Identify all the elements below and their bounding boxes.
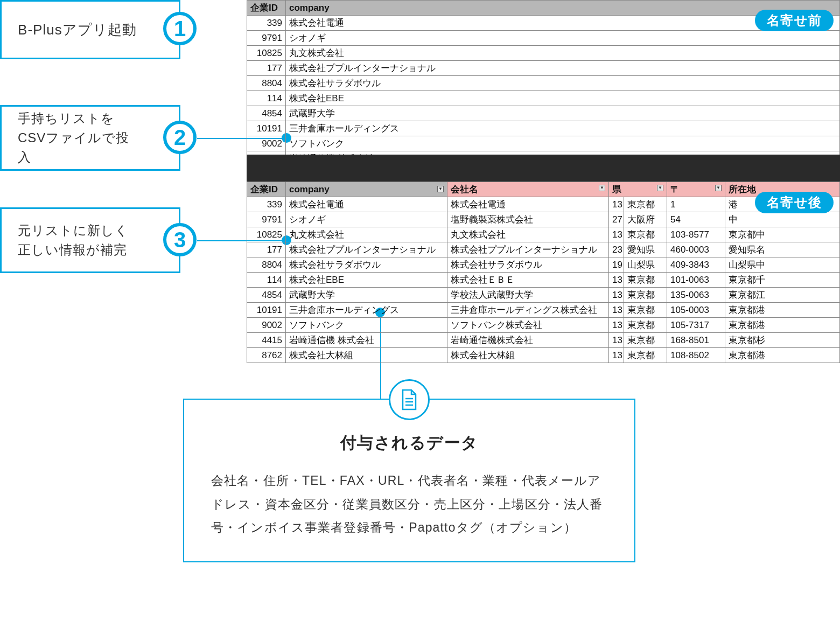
cell-company: 株式会社サラダボウル [286,76,840,91]
cell-id: 8804 [247,76,286,91]
cell-prefnum: 13 [609,318,624,333]
cell-addr: 東京都港 [725,303,840,318]
step-box-2: 手持ちリストを CSVファイルで投入 [0,105,180,171]
document-icon [389,379,430,420]
table-row: 10825丸文株式会社 [247,46,840,61]
step-1-label: B-Plusアプリ起動 [18,19,137,40]
step-number-2: 2 [163,121,197,154]
cell-company: 株式会社ププルインターナショナル [286,61,840,76]
cell-prefnum: 27 [609,212,624,227]
cell-name: 株式会社電通 [447,197,609,212]
info-title: 付与されるデータ [211,432,607,454]
cell-zip: 54 [667,212,725,227]
step-number-1: 1 [163,12,197,45]
cell-prefnum: 13 [609,227,624,242]
dropdown-icon[interactable]: ▼ [715,185,722,191]
cell-prefnum: 13 [609,303,624,318]
info-body: 会社名・住所・TEL・FAX・URL・代表者名・業種・代表メールアドレス・資本金… [211,469,607,540]
cell-id: 9002 [247,318,286,333]
cell-name: 株式会社ＥＢＥ [447,273,609,288]
cell-prefnum: 13 [609,197,624,212]
cell-company: ソフトバンク [286,318,447,333]
cell-name: 株式会社サラダボウル [447,257,609,273]
cell-id: 10825 [247,227,286,242]
table-row: 10191三井倉庫ホールディングス [247,121,840,136]
table-row: 8804株式会社サラダボウル株式会社サラダボウル19山梨県409-3843山梨県… [247,257,840,273]
cell-id: 9002 [247,136,286,151]
table-row: 10825丸文株式会社丸文株式会社13東京都103-8577東京都中 [247,227,840,242]
cell-company: 三井倉庫ホールディングス [286,121,840,136]
table-row: 9791シオノギ塩野義製薬株式会社27大阪府54中 [247,212,840,227]
cell-prefnum: 23 [609,242,624,257]
step-2-label: 手持ちリストを CSVファイルで投入 [18,109,141,167]
th-after-company: company▼ [286,182,447,197]
cell-company: 武蔵野大学 [286,288,447,303]
cell-name: 株式会社大林組 [447,348,609,363]
cell-id: 177 [247,242,286,257]
table-row: 8762株式会社大林組株式会社大林組13東京都108-8502東京都港 [247,348,840,363]
table-row: 9791シオノギ [247,31,840,46]
step-number-3: 3 [163,223,197,256]
cell-name: ソフトバンク株式会社 [447,318,609,333]
cell-pref: 東京都 [624,348,667,363]
cell-zip: 103-8577 [667,227,725,242]
cell-addr: 東京都中 [725,227,840,242]
cell-id: 8762 [247,348,286,363]
cell-zip: 101-0063 [667,273,725,288]
cell-id: 4854 [247,288,286,303]
cell-zip: 168-8501 [667,333,725,348]
cell-addr: 東京都港 [725,348,840,363]
table-row: 10191三井倉庫ホールディングス三井倉庫ホールディングス株式会社13東京都10… [247,303,840,318]
table-row: 4854武蔵野大学 [247,106,840,121]
th-after-id: 企業ID [247,182,286,197]
cell-company: シオノギ [286,212,447,227]
th-after-pref: 県▼ [609,182,667,197]
cell-addr: 山梨県中 [725,257,840,273]
step-box-1: B-Plusアプリ起動 [0,0,180,59]
dropdown-icon[interactable]: ▼ [657,185,663,191]
table-row: 339株式会社電通株式会社電通13東京都1港 [247,197,840,212]
cell-addr: 東京都江 [725,288,840,303]
cell-id: 114 [247,91,286,106]
cell-prefnum: 13 [609,273,624,288]
cell-pref: 東京都 [624,273,667,288]
cell-company: 株式会社電通 [286,197,447,212]
cell-prefnum: 13 [609,348,624,363]
cell-addr: 中 [725,212,840,227]
cell-pref: 山梨県 [624,257,667,273]
cell-id: 9791 [247,212,286,227]
cell-addr: 愛知県名 [725,242,840,257]
cell-pref: 大阪府 [624,212,667,227]
cell-id: 4854 [247,106,286,121]
cell-name: 岩崎通信機株式会社 [447,333,609,348]
cell-prefnum: 13 [609,333,624,348]
cell-name: 塩野義製薬株式会社 [447,212,609,227]
cell-pref: 東京都 [624,303,667,318]
cell-zip: 105-0003 [667,303,725,318]
cell-company: 株式会社サラダボウル [286,257,447,273]
table-row: 9002ソフトバンクソフトバンク株式会社13東京都105-7317東京都港 [247,318,840,333]
cell-company: 武蔵野大学 [286,106,840,121]
table-row: 177株式会社ププルインターナショナル [247,61,840,76]
cell-company: シオノギ [286,31,840,46]
dropdown-icon[interactable]: ▼ [437,186,444,192]
step-3-label: 元リストに新しく 正しい情報が補完 [18,221,129,260]
cell-id: 339 [247,16,286,31]
table-after: 企業ID company▼ 会社名▼ 県▼ 〒▼ 所在地 339株式会社電通株式… [247,182,840,363]
table-separator [247,155,840,182]
cell-pref: 東京都 [624,318,667,333]
cell-id: 10191 [247,303,286,318]
cell-id: 10191 [247,121,286,136]
cell-company: 株式会社EBE [286,91,840,106]
dropdown-icon[interactable]: ▼ [599,185,605,191]
cell-zip: 409-3843 [667,257,725,273]
cell-pref: 東京都 [624,197,667,212]
cell-addr: 東京都杉 [725,333,840,348]
cell-name: 丸文株式会社 [447,227,609,242]
cell-zip: 460-0003 [667,242,725,257]
table-row: 339株式会社電通 [247,16,840,31]
cell-company: ソフトバンク [286,136,840,151]
th-after-zip: 〒▼ [667,182,725,197]
step-box-3: 元リストに新しく 正しい情報が補完 [0,207,180,273]
cell-name: 学校法人武蔵野大学 [447,288,609,303]
